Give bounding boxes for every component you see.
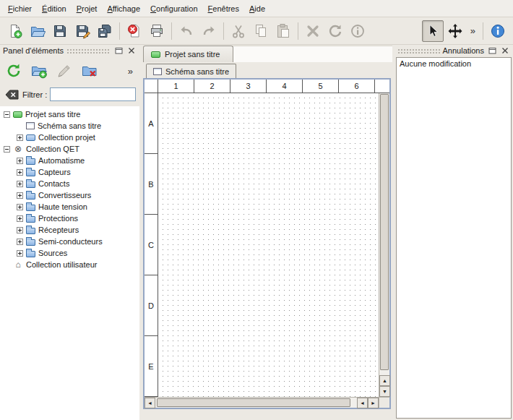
delete-element-button[interactable] [79, 60, 100, 82]
ruler-row-label: E [145, 336, 158, 397]
collapse-icon[interactable] [4, 111, 10, 118]
new-project-button[interactable] [4, 20, 26, 42]
new-document-icon [7, 23, 23, 39]
info-outline-icon [350, 23, 366, 39]
print-button[interactable] [146, 20, 168, 42]
tree-item-label: Automatisme [38, 156, 85, 165]
select-tool-button[interactable] [422, 20, 444, 42]
close-dock-button[interactable] [126, 46, 137, 56]
toolbar-overflow-chevron[interactable]: » [467, 25, 479, 36]
copy-button[interactable] [250, 20, 272, 42]
project-tab-bar: Projet sans titre [142, 45, 392, 62]
move-tool-button[interactable] [444, 20, 466, 42]
menu-fichier[interactable]: Fichier [3, 1, 37, 16]
elements-panel-titlebar: Panel d'éléments [0, 45, 139, 56]
filter-input[interactable] [50, 87, 136, 101]
vertical-scroll-track[interactable] [379, 93, 389, 375]
tree-item-recepteurs[interactable]: Récepteurs [0, 224, 139, 236]
vertical-scrollbar[interactable]: ▲ ▼ [379, 93, 389, 397]
expand-icon[interactable] [17, 181, 23, 187]
float-dock-button[interactable] [113, 46, 124, 56]
expand-icon[interactable] [17, 158, 23, 164]
expand-icon[interactable] [17, 250, 23, 257]
menu-edition[interactable]: Édition [37, 1, 72, 16]
tree-item-label: Collection QET [26, 145, 79, 153]
open-project-button[interactable] [27, 20, 48, 42]
new-element-button[interactable] [28, 60, 50, 82]
panel-overflow-chevron[interactable]: » [124, 66, 137, 77]
tree-item-contacts[interactable]: Contacts [0, 178, 139, 189]
close-file-button[interactable] [124, 20, 145, 42]
menu-configuration[interactable]: Configuration [145, 1, 202, 16]
paste-button[interactable] [272, 20, 294, 42]
tree-item-label: Projet sans titre [25, 110, 80, 119]
undo-history-list[interactable]: Aucune modification [396, 57, 512, 419]
tab-schema-sans-titre[interactable]: Schéma sans titre [146, 64, 236, 78]
toolbar-separator [119, 22, 120, 40]
save-as-button[interactable] [72, 20, 93, 42]
tree-item-collection-projet[interactable]: Collection projet [0, 132, 139, 143]
clear-filter-button[interactable] [4, 88, 20, 100]
expand-icon[interactable] [17, 192, 23, 199]
horizontal-scroll-track[interactable] [155, 398, 357, 408]
scroll-left-button[interactable]: ◄ [145, 398, 155, 408]
clear-filter-icon [4, 89, 19, 100]
horizontal-scrollbar[interactable]: ◄ ◄ ► [145, 397, 379, 408]
menu-projet[interactable]: Projet [72, 1, 103, 16]
tree-item-project[interactable]: Projet sans titre [0, 108, 139, 120]
undo-button[interactable] [176, 20, 197, 42]
delete-button[interactable] [302, 20, 324, 42]
expand-icon[interactable] [17, 215, 23, 222]
float-dock-button[interactable] [487, 46, 497, 56]
redo-button[interactable] [198, 20, 220, 42]
save-button[interactable] [49, 20, 71, 42]
expand-icon[interactable] [17, 204, 23, 210]
tree-item-automatisme[interactable]: Automatisme [0, 155, 139, 166]
tree-item-collection-utilisateur[interactable]: ⌂ Collection utilisateur [0, 259, 139, 270]
expand-icon[interactable] [17, 134, 23, 141]
tree-item-label: Récepteurs [38, 226, 79, 234]
scroll-left-button-alt[interactable]: ◄ [357, 398, 368, 408]
workspace: Projet sans titre Schéma sans titre 1 2 [142, 45, 392, 420]
expand-icon[interactable] [17, 239, 23, 245]
open-folder-icon [30, 23, 46, 39]
collapse-icon[interactable] [4, 146, 10, 153]
close-dock-button[interactable] [500, 46, 510, 56]
tree-item-sources[interactable]: Sources [0, 247, 139, 259]
scroll-down-button[interactable]: ▼ [379, 386, 390, 397]
scroll-right-button[interactable]: ► [368, 398, 379, 408]
tree-item-semi-conducteurs[interactable]: Semi-conducteurs [0, 236, 139, 247]
tree-item-label: Capteurs [38, 168, 71, 176]
tree-item-collection-qet[interactable]: ⊗ Collection QET [0, 143, 139, 155]
expand-icon[interactable] [17, 169, 23, 176]
tree-item-haute-tension[interactable]: Haute tension [0, 201, 139, 213]
tree-item-convertisseurs[interactable]: Convertisseurs [0, 189, 139, 201]
close-icon [501, 47, 509, 54]
tab-bar-filler [233, 46, 392, 62]
scroll-up-button[interactable]: ▲ [379, 375, 390, 386]
tree-item-protections[interactable]: Protections [0, 213, 139, 224]
rotate-button[interactable] [324, 20, 346, 42]
menu-aide[interactable]: Aide [244, 1, 270, 16]
close-icon [128, 47, 135, 54]
menu-affichage[interactable]: Affichage [102, 1, 145, 16]
tab-projet-sans-titre[interactable]: Projet sans titre [143, 46, 233, 62]
element-info-button[interactable] [347, 20, 368, 42]
menu-fenetres[interactable]: Fenêtres [203, 1, 244, 16]
edit-element-button[interactable] [53, 60, 75, 82]
about-button[interactable] [487, 20, 509, 42]
ruler-corner [145, 80, 158, 93]
schema-canvas[interactable] [158, 93, 379, 397]
cut-button[interactable] [228, 20, 249, 42]
toolbar-separator [171, 22, 172, 40]
info-blue-icon [490, 23, 506, 39]
tree-item-capteurs[interactable]: Capteurs [0, 166, 139, 178]
tree-item-schema[interactable]: Schéma sans titre [0, 120, 139, 132]
row-ruler: A B C D E [145, 93, 158, 397]
copy-icon [253, 23, 269, 39]
vertical-scroll-thumb[interactable] [380, 94, 389, 370]
reload-collections-button[interactable] [3, 60, 25, 82]
expand-icon[interactable] [17, 227, 23, 233]
horizontal-scroll-thumb[interactable] [157, 398, 350, 407]
save-all-button[interactable] [94, 20, 116, 42]
